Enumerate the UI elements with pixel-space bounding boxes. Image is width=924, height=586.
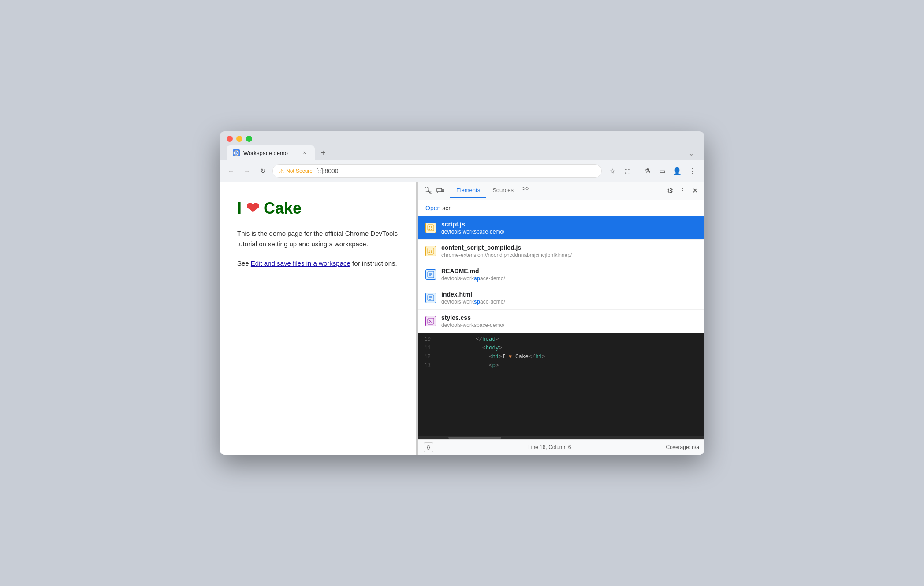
css-file-icon [425, 316, 436, 326]
doc-file-icon [425, 269, 436, 280]
file-item-scriptjs[interactable]: JS script.js devtools-workspace-demo/ [418, 216, 704, 240]
devtools-menu-button[interactable]: ⋮ [676, 185, 689, 197]
line-number-11: 11 [418, 345, 436, 351]
address-bar[interactable]: ⚠ Not Secure [::]:8000 [272, 164, 602, 178]
path-highlight: sp [474, 275, 480, 282]
line-number-13: 13 [418, 363, 436, 369]
file-name-3: README.md [441, 267, 697, 274]
path-highlight-2: sp [474, 299, 480, 305]
file-name-4: index.html [441, 291, 697, 298]
scrollbar-thumb[interactable] [448, 437, 501, 439]
file-info-4: index.html devtools-workspace-demo/ [441, 291, 697, 305]
line-number-12: 12 [418, 354, 436, 360]
search-query[interactable]: scr [442, 204, 697, 211]
code-editor[interactable]: 10 </head> 11 <body> 12 <h1>I ♥ Cake</h1… [418, 333, 704, 436]
file-info-2: content_script_compiled.js chrome-extens… [441, 244, 697, 258]
file-path-2: chrome-extension://noondiphcddnnabmjcihc… [441, 252, 697, 258]
inspect-element-button[interactable] [422, 185, 434, 197]
file-info-5: styles.css devtools-workspace-demo/ [441, 314, 697, 328]
format-button[interactable]: {} [424, 442, 433, 452]
more-tabs-button[interactable]: >> [520, 183, 532, 198]
file-name-2: content_script_compiled.js [441, 244, 697, 251]
device-toolbar-button[interactable] [434, 185, 447, 197]
devtools-header: Elements Sources >> ⚙ ⋮ ✕ [418, 182, 704, 200]
file-path: devtools-workspace-demo/ [441, 229, 697, 235]
extensions-button[interactable]: ⬚ [620, 164, 634, 178]
traffic-lights [227, 136, 697, 142]
page-link-text: See Edit and save files in a workspace f… [237, 258, 399, 269]
browser-body: I ❤ Cake This is the demo page for the o… [220, 182, 704, 455]
lab-button[interactable]: ⚗ [640, 164, 654, 178]
file-path-4: devtools-workspace-demo/ [441, 299, 697, 305]
file-item-content-script[interactable]: JS content_script_compiled.js chrome-ext… [418, 240, 704, 263]
tab-close-button[interactable]: × [301, 149, 309, 157]
sources-tab[interactable]: Sources [486, 183, 520, 198]
devtools-settings-button[interactable]: ⚙ [664, 185, 676, 197]
heart-icon: ❤ [246, 199, 259, 218]
file-item-styles[interactable]: styles.css devtools-workspace-demo/ [418, 310, 704, 333]
tab-dropdown-button[interactable]: ⌄ [685, 148, 697, 159]
webpage-content: I ❤ Cake This is the demo page for the o… [220, 182, 416, 455]
svg-rect-4 [437, 188, 442, 192]
maximize-traffic-light[interactable] [246, 136, 252, 142]
title-i: I [237, 199, 242, 218]
file-results-list: JS script.js devtools-workspace-demo/ [418, 216, 704, 333]
devtools-tab-list: Elements Sources >> [450, 183, 664, 198]
back-button[interactable]: ← [225, 165, 237, 177]
url-display: [::]:8000 [316, 167, 339, 174]
file-info-3: README.md devtools-workspace-demo/ [441, 267, 697, 282]
file-info: script.js devtools-workspace-demo/ [441, 221, 697, 235]
file-item-index[interactable]: index.html devtools-workspace-demo/ [418, 286, 704, 310]
file-path-3: devtools-workspace-demo/ [441, 275, 697, 282]
nav-bar: ← → ↻ ⚠ Not Secure [::]:8000 ☆ ⬚ ⚗ [220, 160, 704, 182]
security-warning: ⚠ Not Secure [279, 168, 313, 174]
forward-button[interactable]: → [241, 165, 253, 177]
devtools-panel: Elements Sources >> ⚙ ⋮ ✕ Open scr [418, 182, 704, 455]
file-name: script.js [441, 221, 697, 228]
tab-favicon [233, 149, 240, 156]
open-label: Open [425, 204, 440, 211]
profile-button[interactable]: 👤 [670, 164, 684, 178]
svg-rect-5 [442, 189, 444, 192]
tab-bar: Workspace demo × + ⌄ [227, 145, 697, 160]
nav-divider [637, 167, 637, 175]
browser-window: Workspace demo × + ⌄ ← → ↻ ⚠ Not Secure … [220, 131, 704, 455]
cursor-position: Line 16, Column 6 [528, 444, 571, 450]
svg-text:JS: JS [428, 250, 433, 254]
line-number: 10 [418, 336, 436, 342]
file-path-5: devtools-workspace-demo/ [441, 322, 697, 328]
code-line-13: 13 <p> [418, 361, 704, 370]
elements-tab[interactable]: Elements [450, 183, 486, 198]
sidebar-button[interactable]: ▭ [655, 164, 669, 178]
text-cursor [451, 205, 451, 211]
workspace-link[interactable]: Edit and save files in a workspace [251, 260, 350, 267]
chrome-menu-button[interactable]: ⋮ [685, 164, 699, 178]
doc-file-icon-2 [425, 293, 436, 303]
minimize-traffic-light[interactable] [236, 136, 242, 142]
bookmark-button[interactable]: ☆ [605, 164, 619, 178]
new-tab-button[interactable]: + [317, 146, 330, 159]
devtools-status-bar: {} Line 16, Column 6 Coverage: n/a [418, 439, 704, 455]
nav-actions: ☆ ⬚ ⚗ ▭ 👤 ⋮ [605, 164, 699, 178]
active-tab[interactable]: Workspace demo × [227, 145, 315, 160]
file-item-readme[interactable]: README.md devtools-workspace-demo/ [418, 263, 704, 286]
editor-scrollbar[interactable] [418, 436, 704, 439]
svg-text:JS: JS [428, 226, 433, 230]
page-description: This is the demo page for the official C… [237, 228, 399, 249]
devtools-close-button[interactable]: ✕ [689, 185, 701, 197]
tab-title: Workspace demo [243, 150, 297, 156]
title-cake: Cake [264, 199, 302, 218]
open-file-dialog: Open scr JS [418, 200, 704, 333]
open-file-search-bar: Open scr [418, 200, 704, 216]
file-name-5: styles.css [441, 314, 697, 321]
page-heading: I ❤ Cake [237, 199, 399, 218]
line-content-13: <p> [436, 356, 499, 375]
reload-button[interactable]: ↻ [257, 165, 269, 177]
warning-icon: ⚠ [279, 168, 284, 174]
title-bar: Workspace demo × + ⌄ [220, 131, 704, 160]
close-traffic-light[interactable] [227, 136, 233, 142]
coverage-status: Coverage: n/a [666, 444, 699, 450]
js-file-icon: JS [425, 223, 436, 233]
js-file-icon-2: JS [425, 246, 436, 256]
svg-rect-3 [425, 188, 428, 191]
